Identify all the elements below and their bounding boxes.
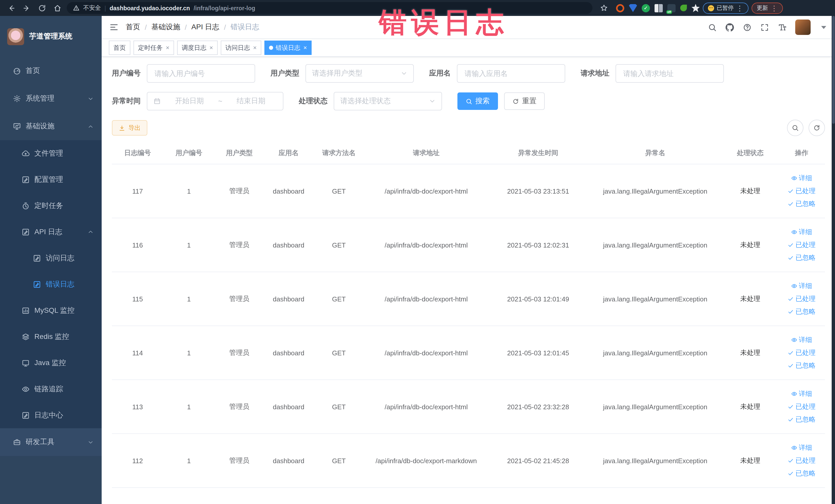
ignored-link[interactable]: 已忽略 [788, 415, 815, 424]
processed-link[interactable]: 已处理 [788, 240, 815, 249]
address-bar[interactable]: 不安全 | dashboard.yudao.iocoder.cn/infra/l… [67, 2, 592, 14]
browser-forward-icon[interactable] [21, 2, 33, 14]
browser-back-icon[interactable] [5, 2, 18, 14]
ignored-link[interactable]: 已忽略 [788, 253, 815, 262]
browser-reload-icon[interactable] [36, 2, 48, 14]
scrollbar-thumb[interactable] [832, 16, 834, 124]
check-icon [788, 201, 794, 207]
sidebar-item-config-mgmt[interactable]: 配置管理 [0, 166, 102, 193]
avatar-caret-down-icon[interactable] [819, 23, 828, 32]
ignored-link[interactable]: 已忽略 [788, 199, 815, 208]
tab-close-icon[interactable]: × [166, 44, 169, 52]
ignored-link[interactable]: 已忽略 [788, 307, 815, 316]
detail-link[interactable]: 详细 [791, 443, 812, 452]
cell-request-url: /api/infra/db-doc/export-html [365, 272, 488, 326]
extension-green-check-icon[interactable]: ✓ [642, 4, 650, 12]
font-size-icon[interactable] [777, 23, 786, 32]
browser-home-icon[interactable] [51, 2, 64, 14]
cell-status: 未处理 [722, 218, 778, 272]
ignored-link[interactable]: 已忽略 [788, 361, 815, 370]
recording-paused-button[interactable]: 已暂停 ⋮ [703, 2, 749, 14]
tab-label: 定时任务 [138, 43, 163, 52]
sidebar-item-log-center[interactable]: 日志中心 [0, 402, 102, 428]
sidebar-logo[interactable]: 芋道管理系统 [0, 16, 102, 57]
breadcrumb-home[interactable]: 首页 [126, 23, 140, 32]
tab-close-icon[interactable]: × [253, 44, 257, 52]
tab-close-icon[interactable]: × [209, 44, 213, 52]
user-avatar[interactable] [795, 20, 810, 35]
breadcrumb-infrastructure[interactable]: 基础设施 [151, 23, 180, 32]
app-name-input[interactable] [464, 69, 558, 78]
sidebar-item-label: Java 监控 [34, 358, 66, 367]
search-icon[interactable] [708, 23, 716, 32]
sidebar-item-file-mgmt[interactable]: 文件管理 [0, 140, 102, 166]
tab-close-icon[interactable]: × [303, 44, 307, 52]
date-end-placeholder: 结束日期 [225, 97, 277, 106]
extension-off-badge-icon[interactable]: off [667, 4, 676, 12]
processed-link[interactable]: 已处理 [788, 402, 815, 411]
processed-link[interactable]: 已处理 [788, 186, 815, 196]
sidebar-item-scheduled-tasks[interactable]: 定时任务 [0, 193, 102, 219]
detail-link[interactable]: 详细 [791, 227, 812, 237]
sidebar-item-system-mgmt[interactable]: 系统管理 [0, 85, 102, 113]
user-type-select[interactable]: 请选择用户类型 [305, 64, 414, 83]
ignored-link-label: 已忽略 [795, 199, 815, 208]
sidebar-item-access-log[interactable]: 访问日志 [0, 245, 102, 271]
sidebar-item-dev-tools[interactable]: 研发工具 [0, 428, 102, 456]
processed-link[interactable]: 已处理 [788, 294, 815, 303]
col-user-id: 用户编号 [163, 142, 215, 164]
tab-scheduled-tasks[interactable]: 定时任务× [134, 41, 174, 55]
tab-home[interactable]: 首页 [109, 41, 130, 55]
sidebar-item-mysql-monitor[interactable]: MySQL 监控 [0, 297, 102, 323]
update-menu-icon[interactable]: ⋮ [771, 4, 778, 12]
sidebar-item-api-logs[interactable]: API 日志 [0, 219, 102, 245]
processed-link[interactable]: 已处理 [788, 348, 815, 357]
paused-menu-icon[interactable]: ⋮ [736, 4, 744, 12]
refresh-table-button[interactable] [808, 120, 825, 136]
ignored-link[interactable]: 已忽略 [788, 469, 815, 478]
detail-link[interactable]: 详细 [791, 389, 812, 399]
tab-access-log[interactable]: 访问日志× [221, 41, 261, 55]
user-id-input[interactable] [154, 69, 248, 78]
extension-leaf-icon[interactable] [680, 5, 687, 11]
tab-error-log[interactable]: 错误日志× [264, 41, 312, 55]
reset-button[interactable]: 重置 [504, 93, 545, 110]
github-icon[interactable] [725, 23, 734, 32]
detail-link[interactable]: 详细 [791, 174, 812, 183]
extension-orange-ring-icon[interactable] [616, 4, 624, 12]
process-status-select[interactable]: 请选择处理状态 [334, 92, 442, 110]
fullscreen-icon[interactable] [760, 23, 769, 32]
sidebar-collapse-icon[interactable] [109, 23, 119, 32]
toggle-search-button[interactable] [787, 120, 803, 136]
layers-icon [22, 332, 30, 341]
processed-link[interactable]: 已处理 [788, 456, 815, 465]
exception-time-range-picker[interactable]: 开始日期 ~ 结束日期 [147, 92, 283, 110]
extension-blue-shield-icon[interactable] [629, 4, 637, 12]
tab-dispatch-log[interactable]: 调度日志× [177, 41, 218, 55]
request-url-input[interactable] [622, 69, 717, 78]
extension-grid-icon[interactable] [655, 4, 663, 12]
sidebar-item-tracing[interactable]: 链路追踪 [0, 376, 102, 402]
sidebar-item-redis-monitor[interactable]: Redis 监控 [0, 323, 102, 350]
browser-scrollbar[interactable] [831, 16, 835, 504]
cell-status: 未处理 [722, 164, 778, 218]
breadcrumb-api-logs[interactable]: API 日志 [191, 23, 220, 32]
check-icon [788, 458, 794, 464]
table-row: 112 1 管理员 dashboard GET /api/infra/db-do… [112, 434, 825, 488]
browser-update-button[interactable]: 更新 ⋮ [752, 2, 783, 14]
detail-link-label: 详细 [799, 174, 812, 183]
detail-link[interactable]: 详细 [791, 335, 812, 345]
check-icon [788, 309, 794, 315]
bookmark-star-icon[interactable] [597, 2, 610, 14]
export-button[interactable]: 导出 [112, 120, 147, 136]
detail-link[interactable]: 详细 [791, 281, 812, 291]
sidebar-item-infrastructure[interactable]: 基础设施 [0, 113, 102, 140]
extension-white-star-icon[interactable] [692, 4, 700, 12]
help-icon[interactable] [742, 23, 751, 32]
detail-link-label: 详细 [799, 443, 812, 452]
sidebar-item-home[interactable]: 首页 [0, 57, 102, 85]
search-button[interactable]: 搜索 [457, 93, 498, 110]
cell-user-type: 管理员 [215, 164, 264, 218]
sidebar-item-java-monitor[interactable]: Java 监控 [0, 350, 102, 376]
sidebar-item-error-log[interactable]: 错误日志 [0, 271, 102, 297]
